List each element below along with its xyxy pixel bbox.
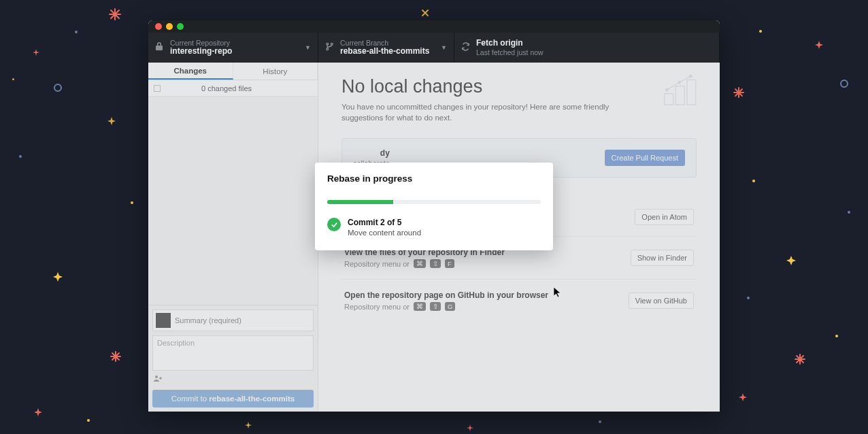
fetch-origin-button[interactable]: Fetch origin Last fetched just now: [454, 33, 720, 63]
fetch-label: Fetch origin: [476, 39, 544, 48]
lock-icon: [155, 41, 165, 54]
svg-point-3: [19, 155, 22, 158]
svg-point-2: [12, 78, 14, 80]
fetch-sub: Last fetched just now: [476, 48, 544, 56]
window-close-button[interactable]: [155, 23, 162, 30]
svg-point-14: [327, 48, 329, 50]
window-zoom-button[interactable]: [177, 23, 184, 30]
svg-point-8: [752, 180, 755, 182]
svg-point-12: [599, 420, 601, 423]
commit-progress-message: Move content around: [348, 229, 421, 237]
svg-point-13: [327, 43, 329, 45]
rebase-progress-dialog: Rebase in progress Commit 2 of 5 Move co…: [315, 163, 553, 250]
toolbar: Current Repository interesting-repo ▼ Cu…: [148, 33, 720, 63]
branch-value: rebase-all-the-commits: [340, 47, 429, 56]
svg-point-5: [87, 419, 90, 422]
repo-value: interesting-repo: [170, 47, 232, 56]
progress-bar: [327, 200, 541, 204]
mouse-cursor-icon: [554, 287, 562, 298]
current-repository-selector[interactable]: Current Repository interesting-repo ▼: [148, 33, 318, 63]
git-branch-icon: [325, 41, 335, 54]
svg-point-7: [841, 80, 848, 87]
svg-point-6: [759, 30, 762, 33]
svg-point-0: [75, 31, 78, 33]
sync-icon: [461, 41, 471, 54]
current-branch-selector[interactable]: Current Branch rebase-all-the-commits ▼: [318, 33, 454, 63]
window-minimize-button[interactable]: [166, 23, 173, 30]
svg-point-15: [331, 43, 333, 45]
commit-progress-title: Commit 2 of 5: [348, 218, 421, 227]
svg-point-4: [131, 201, 133, 204]
window-titlebar: [148, 20, 720, 33]
svg-point-9: [848, 211, 850, 214]
chevron-down-icon: ▼: [431, 44, 447, 51]
check-circle-icon: [327, 218, 341, 231]
svg-point-10: [747, 297, 750, 299]
chevron-down-icon: ▼: [295, 44, 311, 51]
dialog-title: Rebase in progress: [327, 173, 541, 184]
svg-point-11: [835, 335, 838, 337]
progress-fill: [327, 200, 393, 204]
svg-point-1: [54, 84, 61, 91]
